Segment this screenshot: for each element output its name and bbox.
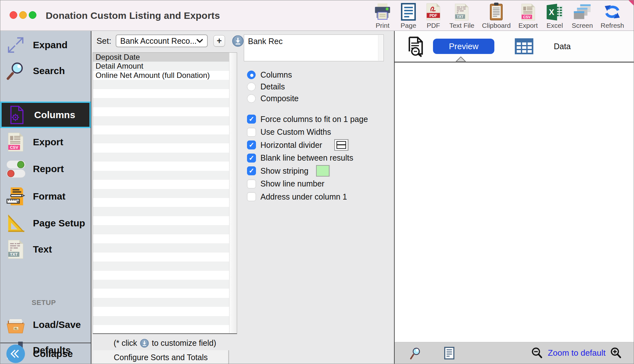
sidebar-item-label: Expand	[33, 40, 67, 50]
refresh-button[interactable]: Refresh	[597, 2, 628, 29]
list-item[interactable]	[93, 143, 229, 152]
radio-label: Details	[260, 82, 285, 91]
list-item[interactable]	[93, 289, 229, 298]
list-item[interactable]	[93, 189, 229, 198]
set-row: Set: Bank Account Reco... +	[97, 34, 244, 48]
list-item[interactable]	[93, 198, 229, 207]
list-item[interactable]	[93, 216, 229, 225]
checkbox-line-number[interactable]: Show line number	[247, 178, 368, 191]
listing-title-input[interactable]: Bank Rec	[244, 34, 384, 61]
checkbox-horizontal-divider[interactable]: Horizontal divider	[247, 139, 368, 152]
list-item[interactable]	[93, 280, 229, 289]
list-item[interactable]	[93, 116, 229, 125]
list-item[interactable]	[93, 98, 229, 107]
expand-icon	[5, 35, 26, 55]
hint-prefix: (* click	[113, 338, 137, 348]
csv-export-icon: CSV	[520, 2, 536, 21]
list-item[interactable]	[93, 262, 229, 270]
list-item[interactable]	[93, 243, 229, 252]
list-item[interactable]	[93, 225, 229, 234]
checkbox-custom-widths[interactable]: Use Custom Widths	[247, 126, 368, 139]
csv-export-button[interactable]: CSV Export	[514, 2, 542, 29]
zoom-out-icon[interactable]	[531, 347, 543, 359]
zoom-to-default-link[interactable]: Zoom to default	[548, 348, 606, 358]
print-button[interactable]: Print	[369, 2, 396, 29]
list-item[interactable]	[93, 325, 229, 333]
textarea-scrollbar[interactable]	[378, 35, 383, 61]
page-view-icon[interactable]	[443, 346, 455, 360]
sidebar-item-text[interactable]: TXT Text	[0, 237, 91, 262]
screen-button[interactable]: Screen	[568, 2, 597, 29]
data-table-icon[interactable]	[514, 37, 534, 56]
checkbox-show-striping[interactable]: Show striping	[247, 164, 368, 178]
list-item[interactable]: Online Net Amount (full Donation)	[93, 71, 229, 80]
checkbox-address-col1[interactable]: Address under column 1	[247, 190, 368, 203]
columns-panel: Set: Bank Account Reco... + Deposit Date…	[91, 31, 394, 364]
list-item[interactable]	[93, 207, 229, 216]
toolbar-label: Text File	[449, 22, 474, 29]
document-zoom-icon[interactable]	[406, 35, 427, 57]
set-select-value: Bank Account Reco...	[120, 36, 196, 46]
checkbox-label: Address under column 1	[260, 192, 347, 201]
list-item[interactable]: Detail Amount	[93, 62, 229, 71]
sidebar-item-load-save[interactable]: Load/Save	[0, 312, 91, 337]
sidebar-item-page-setup[interactable]: Page Setup	[0, 210, 91, 236]
sidebar-item-export[interactable]: CSV Export	[0, 130, 91, 155]
pdf-button[interactable]: PDF PDF	[421, 2, 445, 29]
clipboard-button[interactable]: Clipboard	[478, 2, 514, 29]
customize-field-button[interactable]	[232, 35, 244, 47]
zoom-window-button[interactable]	[29, 11, 36, 19]
sidebar-section-setup: SETUP	[32, 299, 56, 307]
selected-tab-caret-icon	[456, 57, 466, 62]
divider-style-button[interactable]	[334, 139, 348, 151]
sidebar-item-format[interactable]: Format	[0, 183, 91, 209]
checkbox-blank-line[interactable]: Blank line between results	[247, 152, 368, 165]
close-button[interactable]	[10, 11, 17, 19]
list-item[interactable]	[93, 298, 229, 307]
add-set-button[interactable]: +	[213, 35, 225, 47]
sidebar-item-label: Report	[33, 163, 64, 174]
list-item[interactable]	[93, 307, 229, 316]
sidebar-item-search[interactable]: Search	[0, 58, 91, 84]
list-item[interactable]: Deposit Date	[93, 53, 229, 62]
list-item[interactable]	[93, 162, 229, 171]
collapse-icon	[5, 344, 26, 364]
minimize-button[interactable]	[19, 11, 27, 19]
list-item[interactable]	[93, 134, 229, 143]
text-file-button[interactable]: TXT Text File	[445, 2, 478, 29]
list-item[interactable]	[93, 271, 229, 280]
configure-sorts-totals-button[interactable]: Configure Sorts and Totals	[93, 350, 229, 364]
svg-text:X: X	[549, 8, 554, 17]
excel-button[interactable]: X Excel	[542, 2, 568, 29]
list-item[interactable]	[93, 171, 229, 180]
field-list-rows: Deposit DateDetail AmountOnline Net Amou…	[93, 53, 229, 333]
sidebar-item-expand[interactable]: Expand	[0, 32, 91, 58]
list-item[interactable]	[93, 125, 229, 134]
radio-details[interactable]: Details	[247, 81, 299, 93]
list-item[interactable]	[93, 153, 229, 162]
list-item[interactable]	[93, 107, 229, 116]
list-item[interactable]	[93, 80, 229, 89]
radio-composite[interactable]: Composite	[247, 93, 299, 104]
zoom-in-icon[interactable]	[610, 347, 622, 359]
radio-columns[interactable]: Columns	[247, 69, 299, 81]
sidebar-item-columns[interactable]: Columns	[0, 102, 91, 128]
page-button[interactable]: Page	[396, 2, 421, 29]
set-select[interactable]: Bank Account Reco...	[116, 34, 208, 47]
tab-preview[interactable]: Preview	[433, 39, 494, 54]
list-item[interactable]	[93, 180, 229, 189]
tab-data[interactable]: Data	[554, 42, 571, 51]
list-item[interactable]	[93, 253, 229, 262]
magnifier-icon[interactable]	[409, 346, 422, 360]
list-item[interactable]	[93, 316, 229, 325]
stripe-color-swatch[interactable]	[316, 165, 329, 177]
folder-icon	[5, 315, 26, 334]
sidebar-item-report[interactable]: Report	[0, 156, 91, 182]
sidebar-item-collapse[interactable]: Collapse	[0, 343, 91, 364]
checkbox-force-fit[interactable]: Force columns to fit on 1 page	[247, 113, 368, 126]
list-item[interactable]	[93, 89, 229, 98]
excel-icon: X	[545, 2, 564, 21]
field-list-scrollbar[interactable]	[229, 53, 237, 333]
list-item[interactable]	[93, 234, 229, 243]
pdf-icon: PDF	[425, 2, 442, 21]
